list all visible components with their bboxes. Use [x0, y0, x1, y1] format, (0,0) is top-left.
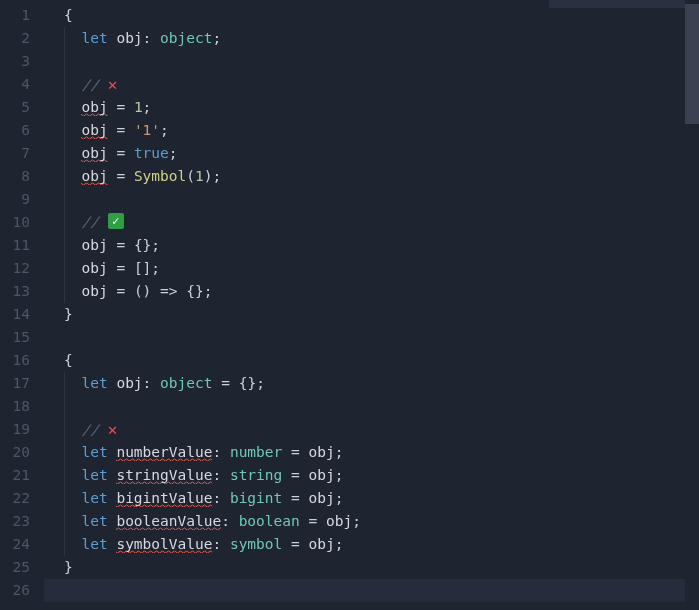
number-literal: 1	[195, 168, 204, 184]
code-line[interactable]: }	[44, 303, 699, 326]
line-number: 16	[0, 349, 44, 372]
line-number: 4	[0, 73, 44, 96]
equals: =	[108, 145, 134, 161]
code-line[interactable]: obj = true;	[44, 142, 699, 165]
identifier-obj: obj	[81, 283, 107, 299]
semicolon: ;	[169, 145, 178, 161]
code-line[interactable]	[44, 50, 699, 73]
scrollbar-thumb[interactable]	[685, 4, 699, 124]
identifier-stringvalue-error: stringValue	[116, 467, 212, 484]
code-line[interactable]: // ✓	[44, 211, 699, 234]
identifier-booleanvalue-error: booleanValue	[116, 513, 221, 530]
semicolon: ;	[160, 122, 169, 138]
code-line[interactable]: obj = Symbol(1);	[44, 165, 699, 188]
keyword-let: let	[81, 30, 107, 46]
code-line[interactable]	[44, 395, 699, 418]
keyword-let: let	[81, 467, 107, 483]
type-boolean: boolean	[239, 513, 300, 529]
identifier-obj: obj	[309, 467, 335, 483]
identifier-obj: obj	[326, 513, 352, 529]
colon: :	[212, 467, 229, 483]
code-line[interactable]: // ✕	[44, 73, 699, 96]
line-number: 3	[0, 50, 44, 73]
equals: =	[108, 168, 134, 184]
identifier-obj: obj	[81, 237, 107, 253]
semicolon: ;	[151, 260, 160, 276]
line-number: 22	[0, 487, 44, 510]
code-line[interactable]: {	[44, 4, 699, 27]
code-line[interactable]: let symbolValue: symbol = obj;	[44, 533, 699, 556]
keyword-let: let	[81, 375, 107, 391]
semicolon: ;	[335, 490, 344, 506]
equals: =	[108, 260, 134, 276]
identifier-bigintvalue-error: bigintValue	[116, 490, 212, 507]
semicolon: ;	[143, 99, 152, 115]
function-symbol: Symbol	[134, 168, 186, 184]
semicolon: ;	[352, 513, 361, 529]
code-line[interactable]: let bigintValue: bigint = obj;	[44, 487, 699, 510]
code-line[interactable]: }	[44, 556, 699, 579]
identifier-obj-error: obj	[81, 122, 107, 139]
code-line[interactable]: obj = () => {};	[44, 280, 699, 303]
code-line[interactable]: let obj: object;	[44, 27, 699, 50]
x-icon: ✕	[108, 418, 118, 441]
type-symbol: symbol	[230, 536, 282, 552]
type-number: number	[230, 444, 282, 460]
semicolon: ;	[151, 237, 160, 253]
brace-close: }	[64, 306, 73, 322]
line-number: 18	[0, 395, 44, 418]
equals: =	[282, 490, 308, 506]
line-number: 12	[0, 257, 44, 280]
code-line[interactable]: let stringValue: string = obj;	[44, 464, 699, 487]
code-editor[interactable]: 1 2 3 4 5 6 7 8 9 10 11 12 13 14 15 16 1…	[0, 0, 699, 610]
line-number: 1	[0, 4, 44, 27]
code-line[interactable]: obj = [];	[44, 257, 699, 280]
number-literal: 1	[134, 99, 143, 115]
identifier-obj: obj	[309, 444, 335, 460]
code-line[interactable]: obj = '1';	[44, 119, 699, 142]
keyword-let: let	[81, 513, 107, 529]
colon: :	[212, 444, 229, 460]
x-icon: ✕	[108, 73, 118, 96]
line-number-gutter: 1 2 3 4 5 6 7 8 9 10 11 12 13 14 15 16 1…	[0, 0, 44, 610]
code-line[interactable]	[44, 326, 699, 349]
object-literal: {}	[239, 375, 256, 391]
code-line[interactable]: let obj: object = {};	[44, 372, 699, 395]
code-line[interactable]: {	[44, 349, 699, 372]
keyword-let: let	[81, 444, 107, 460]
line-number: 6	[0, 119, 44, 142]
code-line[interactable]: obj = 1;	[44, 96, 699, 119]
identifier-symbolvalue-error: symbolValue	[116, 536, 212, 553]
brace-close: }	[64, 559, 73, 575]
line-number: 23	[0, 510, 44, 533]
vertical-scrollbar[interactable]	[685, 0, 699, 610]
comment: //	[81, 77, 107, 93]
colon: :	[212, 490, 229, 506]
colon: :	[221, 513, 238, 529]
semicolon: ;	[204, 283, 213, 299]
line-number: 13	[0, 280, 44, 303]
code-line[interactable]: obj = {};	[44, 234, 699, 257]
semicolon: ;	[335, 444, 344, 460]
line-number: 11	[0, 234, 44, 257]
semicolon: ;	[212, 168, 221, 184]
equals: =	[108, 283, 134, 299]
equals: =	[108, 122, 134, 138]
brace-open: {	[64, 352, 73, 368]
code-line[interactable]: let numberValue: number = obj;	[44, 441, 699, 464]
identifier-obj: obj	[116, 30, 142, 46]
code-line[interactable]: // ✕	[44, 418, 699, 441]
identifier-obj: obj	[116, 375, 142, 391]
line-number: 8	[0, 165, 44, 188]
line-number: 2	[0, 27, 44, 50]
line-number: 20	[0, 441, 44, 464]
identifier-obj: obj	[309, 490, 335, 506]
code-area[interactable]: { let obj: object; // ✕ obj = 1; obj = '…	[44, 0, 699, 610]
line-number: 9	[0, 188, 44, 211]
code-line-current[interactable]	[44, 579, 699, 602]
equals: =	[108, 99, 134, 115]
type-string: string	[230, 467, 282, 483]
code-line[interactable]: let booleanValue: boolean = obj;	[44, 510, 699, 533]
identifier-obj: obj	[309, 536, 335, 552]
code-line[interactable]	[44, 188, 699, 211]
